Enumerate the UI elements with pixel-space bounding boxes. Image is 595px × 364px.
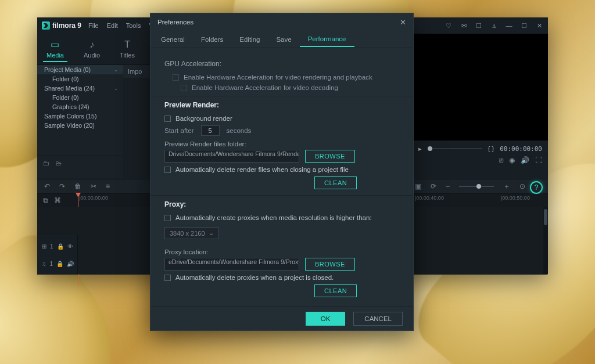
proxy-location-label: Proxy location:	[164, 248, 399, 255]
render-heading: Preview Render:	[164, 101, 399, 109]
dialog-tabs: General Folders Editing Save Performance	[150, 31, 413, 48]
bg-render-checkbox-row[interactable]: Background render	[164, 115, 399, 122]
dialog-footer: OK CANCEL	[150, 306, 413, 330]
proxy-resolution-select[interactable]: 3840 x 2160 ⌄	[164, 227, 219, 239]
speaker-icon[interactable]: 🔊	[67, 261, 74, 267]
braces-icon[interactable]: { }	[488, 145, 494, 152]
bookmark-icon[interactable]: ☐	[475, 21, 483, 30]
fullscreen-icon[interactable]: ⛶	[535, 156, 542, 164]
ruler-tick: |00:00:50:00	[501, 195, 530, 201]
redo-icon[interactable]: ↷	[59, 182, 65, 190]
preview-seekbar[interactable]	[428, 148, 482, 149]
checkbox-icon	[164, 167, 171, 173]
start-after-label-a: Start after	[164, 127, 194, 134]
media-icon: ▭	[51, 39, 59, 50]
preview-controls: ▸ { } 00:00:00:00 ⎚ ◉ 🔊 ⛶	[413, 140, 548, 168]
zoom-fit-icon[interactable]: ⊙	[519, 182, 525, 190]
tree-folder[interactable]: Folder (0)	[37, 74, 123, 84]
minimize-icon[interactable]: —	[505, 21, 513, 30]
volume-icon[interactable]: 🔊	[521, 156, 529, 164]
camera-icon[interactable]: ◉	[509, 156, 515, 164]
audio-track-label[interactable]: ♫1 🔒 🔊	[42, 261, 73, 267]
proxy-clean-button[interactable]: CLEAN	[314, 284, 357, 297]
tree-sample-colors[interactable]: Sample Colors (15)	[37, 111, 123, 121]
cancel-button[interactable]: CANCEL	[353, 312, 403, 326]
maximize-icon[interactable]: ☐	[520, 21, 528, 30]
tab-audio-label: Audio	[84, 52, 100, 59]
gpu-heading: GPU Acceleration:	[164, 60, 399, 68]
crop-icon[interactable]: ▣	[415, 182, 421, 190]
screenshot-icon[interactable]: ⎚	[499, 156, 503, 164]
user-icon[interactable]: ♡	[445, 21, 453, 30]
tab-media[interactable]: ▭ Media	[43, 37, 67, 62]
checkbox-icon	[164, 275, 171, 281]
preferences-dialog: Preferences ✕ General Folders Editing Sa…	[150, 13, 414, 331]
tab-titles[interactable]: T Titles	[116, 37, 138, 61]
eye-icon[interactable]: 👁	[67, 243, 73, 250]
undo-icon[interactable]: ↶	[44, 182, 50, 190]
tree-graphics[interactable]: Graphics (24)	[37, 102, 123, 111]
preview-time: 00:00:00:00	[500, 145, 542, 153]
auto-create-proxy-row[interactable]: Automatically create proxies when media …	[164, 214, 399, 221]
pref-tab-editing[interactable]: Editing	[231, 33, 268, 46]
pref-tab-performance[interactable]: Performance	[300, 32, 354, 47]
lock-icon[interactable]: 🔒	[57, 243, 64, 250]
gpu-render-checkbox-row[interactable]: Enable Hardware Acceleration for video r…	[164, 74, 399, 81]
message-icon[interactable]: ✉	[460, 21, 468, 30]
new-folder-plus-icon[interactable]: 🗁	[55, 160, 62, 167]
tree-project-media[interactable]: Project Media (0) ⌄	[37, 65, 123, 74]
tree-folder[interactable]: Folder (0)	[37, 93, 123, 102]
ok-button[interactable]: OK	[306, 312, 346, 326]
proxy-resolution-value: 3840 x 2160	[170, 230, 205, 237]
dialog-titlebar: Preferences ✕	[150, 13, 413, 31]
link-icon[interactable]: ⌘	[54, 196, 61, 204]
chain-icon[interactable]: ⧉	[43, 196, 48, 204]
dialog-close-icon[interactable]: ✕	[400, 18, 406, 27]
gpu-decode-checkbox-row[interactable]: Enable Hardware Acceleration for video d…	[164, 84, 399, 91]
zoom-slider[interactable]	[459, 186, 494, 187]
adjust-icon[interactable]: ≡	[106, 182, 110, 190]
start-after-input[interactable]	[201, 125, 220, 136]
scrollbar-thumb[interactable]	[544, 209, 547, 225]
menu-file[interactable]: File	[88, 22, 99, 29]
cut-icon[interactable]: ✂	[91, 182, 96, 190]
render-folder-input[interactable]: Drive/Documents/Wondershare Filmora 9/Re…	[164, 150, 299, 163]
auto-create-proxy-label: Automatically create proxies when media …	[175, 214, 372, 221]
mic-icon[interactable]: ⍋	[490, 21, 498, 30]
help-button[interactable]: ?	[530, 181, 543, 194]
zoom-in-icon[interactable]: ＋	[503, 182, 510, 192]
lock-icon[interactable]: 🔒	[56, 261, 63, 267]
proxy-heading: Proxy:	[164, 200, 399, 208]
tree-label: Shared Media (24)	[44, 85, 95, 92]
window-controls: ♡ ✉ ☐ ⍋ — ☐ ✕	[445, 21, 543, 30]
dialog-title: Preferences	[157, 19, 193, 26]
zoom-out-icon[interactable]: −	[446, 182, 450, 190]
proxy-location-input[interactable]: eDrive/Documents/Wondershare Filmora 9/P…	[164, 258, 299, 271]
timeline-scrollbar[interactable]	[543, 207, 548, 274]
close-icon[interactable]: ✕	[535, 21, 543, 30]
render-clean-button[interactable]: CLEAN	[314, 176, 357, 189]
divider	[150, 96, 413, 96]
pref-tab-save[interactable]: Save	[268, 33, 299, 46]
pref-tab-folders[interactable]: Folders	[193, 33, 231, 46]
menu-tools[interactable]: Tools	[126, 22, 141, 29]
pref-tab-general[interactable]: General	[153, 33, 193, 46]
render-icon[interactable]: ⟳	[431, 182, 436, 190]
proxy-browse-button[interactable]: BROWSE	[305, 258, 355, 271]
render-browse-button[interactable]: BROWSE	[305, 150, 355, 163]
video-track-label[interactable]: ⊞1 🔒 👁	[42, 243, 73, 250]
auto-delete-render-row[interactable]: Automatically delete render files when c…	[164, 166, 399, 173]
proxy-location-row: eDrive/Documents/Wondershare Filmora 9/P…	[164, 258, 399, 271]
gpu-render-label: Enable Hardware Acceleration for video r…	[184, 74, 372, 81]
play-icon[interactable]: ▸	[418, 145, 422, 153]
auto-delete-proxy-row[interactable]: Automatically delete proxies when a proj…	[164, 274, 399, 281]
delete-icon[interactable]: 🗑	[74, 182, 81, 190]
menu-edit[interactable]: Edit	[107, 22, 118, 29]
tab-audio[interactable]: ♪ Audio	[80, 37, 103, 61]
render-folder-row: Drive/Documents/Wondershare Filmora 9/Re…	[164, 150, 399, 163]
ruler-tick: |00:00:00:00	[79, 195, 108, 201]
bg-render-label: Background render	[175, 115, 232, 122]
new-folder-icon[interactable]: 🗀	[43, 160, 49, 167]
tree-sample-video[interactable]: Sample Video (20)	[37, 121, 123, 130]
tree-shared-media[interactable]: Shared Media (24) ⌄	[37, 84, 123, 93]
